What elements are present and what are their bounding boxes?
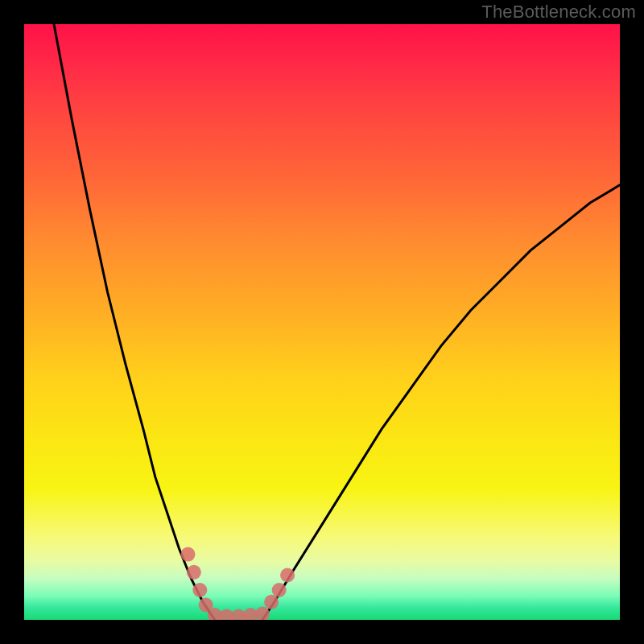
data-dots [181,547,295,620]
curve-right-limb [262,185,620,620]
svg-point-11 [280,568,295,583]
watermark-text: TheBottleneck.com [481,2,636,23]
plot-area [24,24,620,620]
svg-point-10 [272,583,287,597]
chart-container: TheBottleneck.com [0,0,644,644]
curve-left-limb [54,24,215,620]
svg-point-8 [255,607,270,620]
svg-point-1 [187,565,201,580]
svg-point-0 [181,547,196,562]
svg-point-2 [192,583,207,597]
curve-overlay [24,24,620,620]
svg-point-9 [264,595,279,609]
